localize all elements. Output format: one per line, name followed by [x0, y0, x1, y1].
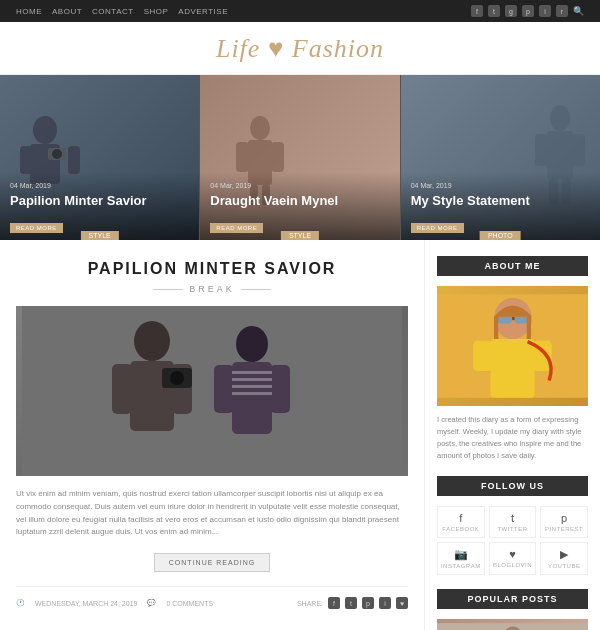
- svg-rect-31: [232, 378, 272, 381]
- hero-item-2[interactable]: 04 Mar, 2019 Draught Vaein Mynel READ MO…: [199, 75, 400, 240]
- twitter-icon-top[interactable]: t: [488, 5, 500, 17]
- share-heart[interactable]: ♥: [396, 597, 408, 609]
- nav-advertise[interactable]: ADVERTISE: [178, 7, 228, 16]
- svg-rect-33: [232, 392, 272, 395]
- article-1: PAPILION MINTER SAVIOR BREAK: [16, 260, 408, 609]
- share-facebook[interactable]: f: [328, 597, 340, 609]
- svg-point-25: [170, 371, 184, 385]
- popular-posts-title: POPULAR POSTS: [437, 589, 588, 609]
- hero-overlay-3: 04 Mar, 2019 My Style Statement READ MOR…: [401, 172, 600, 240]
- site-header: Life ♥ Fashion: [0, 22, 600, 75]
- nav-about[interactable]: ABOUT: [52, 7, 82, 16]
- instagram-cell[interactable]: 📷 INSTAGRAM: [437, 542, 485, 575]
- svg-point-26: [236, 326, 268, 362]
- facebook-cell[interactable]: f FACEBOOK: [437, 506, 485, 538]
- svg-rect-9: [271, 142, 284, 172]
- hero-tag-1: STYLE: [81, 231, 119, 240]
- svg-rect-14: [535, 134, 548, 166]
- hero-title-3: My Style Statement: [411, 193, 590, 210]
- pinterest-cell[interactable]: p PINTEREST: [540, 506, 588, 538]
- bloglovin-icon: ♥: [509, 548, 516, 560]
- svg-rect-4: [20, 146, 32, 174]
- facebook-icon-top[interactable]: f: [471, 5, 483, 17]
- svg-rect-8: [236, 142, 249, 172]
- svg-point-3: [52, 149, 62, 159]
- article-1-meta: 🕐 WEDNESDAY, MARCH 24, 2019 💬 0 COMMENTS…: [16, 586, 408, 609]
- about-text: I created this diary as a form of expres…: [437, 414, 588, 462]
- svg-rect-32: [232, 385, 272, 388]
- svg-point-12: [550, 105, 570, 131]
- sidebar: ABOUT ME: [425, 240, 600, 630]
- hero-date-1: 04 Mar, 2019: [10, 182, 189, 189]
- clock-icon: 🕐: [16, 599, 25, 607]
- svg-point-20: [134, 321, 170, 361]
- svg-rect-45: [473, 341, 492, 371]
- site-title: Life ♥ Fashion: [0, 34, 600, 64]
- nav-links: HOME ABOUT CONTACT SHOP ADVERTISE: [16, 7, 228, 16]
- instagram-label: INSTAGRAM: [441, 563, 481, 569]
- twitter-icon: t: [511, 512, 514, 524]
- main-container: PAPILION MINTER SAVIOR BREAK: [0, 240, 600, 630]
- google-icon-top[interactable]: g: [505, 5, 517, 17]
- bloglovin-label: BLOGLOVIN: [493, 562, 532, 568]
- svg-rect-28: [214, 365, 234, 413]
- article-1-category: BREAK: [16, 284, 408, 294]
- share-twitter[interactable]: t: [345, 597, 357, 609]
- svg-point-0: [33, 116, 57, 144]
- hero-item-3[interactable]: 04 Mar, 2019 My Style Statement READ MOR…: [401, 75, 600, 240]
- hero-tag-3: PHOTO: [480, 231, 521, 240]
- comment-icon: 💬: [147, 599, 156, 607]
- bloglovin-cell[interactable]: ♥ BLOGLOVIN: [489, 542, 537, 575]
- about-image: [437, 286, 588, 406]
- instagram-icon: 📷: [454, 548, 468, 561]
- svg-rect-41: [512, 317, 515, 320]
- search-icon-top[interactable]: 🔍: [573, 6, 584, 16]
- hero-item-1[interactable]: 04 Mar, 2019 Papilion Minter Savior READ…: [0, 75, 199, 240]
- pinterest-label: PINTEREST: [545, 526, 583, 532]
- hero-btn-3[interactable]: READ MORE: [411, 223, 464, 233]
- title-heart: ♥: [268, 34, 284, 63]
- pinterest-icon-top[interactable]: p: [522, 5, 534, 17]
- svg-rect-18: [22, 306, 402, 476]
- hero-overlay-1: 04 Mar, 2019 Papilion Minter Savior READ…: [0, 172, 199, 240]
- popular-post-image: [437, 619, 588, 630]
- article-date: WEDNESDAY, MARCH 24, 2019: [35, 600, 137, 607]
- hero-overlay-2: 04 Mar, 2019 Draught Vaein Mynel READ MO…: [200, 172, 399, 240]
- article-1-title: PAPILION MINTER SAVIOR: [16, 260, 408, 278]
- facebook-icon: f: [459, 512, 462, 524]
- social-grid: f FACEBOOK t TWITTER p PINTEREST 📷 INSTA…: [437, 506, 588, 575]
- share-pinterest[interactable]: p: [362, 597, 374, 609]
- nav-shop[interactable]: SHOP: [144, 7, 169, 16]
- share-label: SHARE:: [297, 600, 323, 607]
- title-part2: Fashion: [292, 34, 384, 63]
- nav-home[interactable]: HOME: [16, 7, 42, 16]
- nav-contact[interactable]: CONTACT: [92, 7, 134, 16]
- svg-point-6: [250, 116, 270, 140]
- svg-rect-44: [490, 339, 534, 398]
- about-me-title: ABOUT ME: [437, 256, 588, 276]
- svg-rect-22: [112, 364, 132, 414]
- svg-rect-5: [68, 146, 80, 174]
- share-instagram[interactable]: i: [379, 597, 391, 609]
- instagram-icon-top[interactable]: i: [539, 5, 551, 17]
- article-1-body: Ut vix enim ad minim veniam, quis nostru…: [16, 488, 408, 539]
- rss-icon-top[interactable]: r: [556, 5, 568, 17]
- title-part1: Life: [216, 34, 260, 63]
- article-1-image: [16, 306, 408, 476]
- continue-reading-btn[interactable]: CONTINUE READING: [154, 553, 270, 572]
- twitter-cell[interactable]: t TWITTER: [489, 506, 537, 538]
- youtube-icon: ▶: [560, 548, 568, 561]
- article-meta-right: SHARE: f t p i ♥: [297, 597, 408, 609]
- facebook-label: FACEBOOK: [442, 526, 479, 532]
- pinterest-icon: p: [561, 512, 567, 524]
- hero-slider: 04 Mar, 2019 Papilion Minter Savior READ…: [0, 75, 600, 240]
- hero-btn-1[interactable]: READ MORE: [10, 223, 63, 233]
- follow-us-title: FOLLOW US: [437, 476, 588, 496]
- hero-title-2: Draught Vaein Mynel: [210, 193, 389, 210]
- hero-btn-2[interactable]: READ MORE: [210, 223, 263, 233]
- svg-rect-30: [232, 371, 272, 374]
- youtube-cell[interactable]: ▶ YOUTUBE: [540, 542, 588, 575]
- svg-rect-15: [572, 134, 585, 166]
- article-comments: 0 COMMENTS: [166, 600, 213, 607]
- youtube-label: YOUTUBE: [548, 563, 581, 569]
